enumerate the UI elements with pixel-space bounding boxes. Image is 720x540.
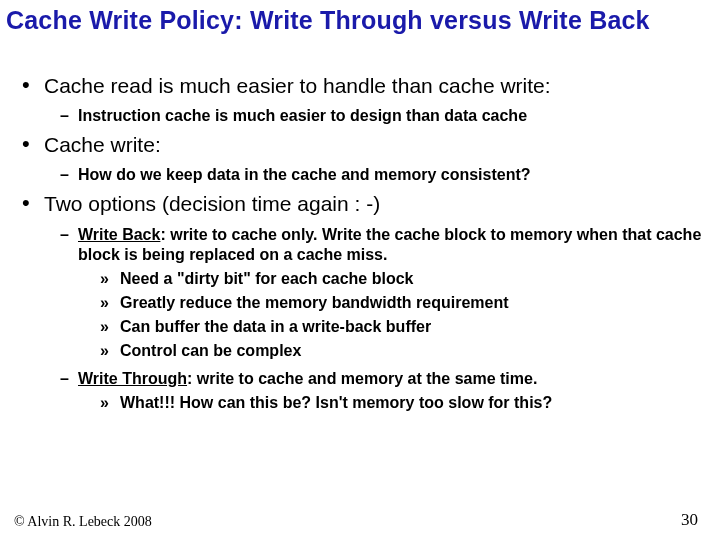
dash-write-through: Write Through: write to cache and memory… <box>78 369 702 389</box>
dirty-bit-c: for each cache block <box>251 270 414 287</box>
chev-bandwidth: Greatly reduce the memory bandwidth requ… <box>120 293 702 313</box>
bullet-cache-write: Cache write: <box>44 132 692 157</box>
chev-too-slow: What!!! How can this be? Isn't memory to… <box>120 393 702 413</box>
page-number: 30 <box>681 510 698 530</box>
slide-body: Cache read is much easier to handle than… <box>0 35 720 413</box>
chev-dirty-bit: Need a "dirty bit" for each cache block <box>120 269 702 289</box>
dirty-bit-b: "dirty bit" <box>177 270 251 287</box>
write-through-desc: : write to cache and memory at the same … <box>187 370 537 387</box>
chev-control: Control can be complex <box>120 341 702 361</box>
write-back-desc: : write to cache only. Write the cache b… <box>78 226 701 263</box>
chev-buffer: Can buffer the data in a write-back buff… <box>120 317 702 337</box>
slide-title: Cache Write Policy: Write Through versus… <box>0 0 720 35</box>
dash-instruction-cache: Instruction cache is much easier to desi… <box>78 106 702 126</box>
copyright: © Alvin R. Lebeck 2008 <box>14 514 152 530</box>
term-write-through: Write Through <box>78 370 187 387</box>
dash-consistency: How do we keep data in the cache and mem… <box>78 165 702 185</box>
bullet-cache-read: Cache read is much easier to handle than… <box>44 73 692 98</box>
bullet-two-options: Two options (decision time again : -) <box>44 191 692 216</box>
term-write-back: Write Back <box>78 226 160 243</box>
dash-write-back: Write Back: write to cache only. Write t… <box>78 225 702 265</box>
dirty-bit-a: Need a <box>120 270 177 287</box>
